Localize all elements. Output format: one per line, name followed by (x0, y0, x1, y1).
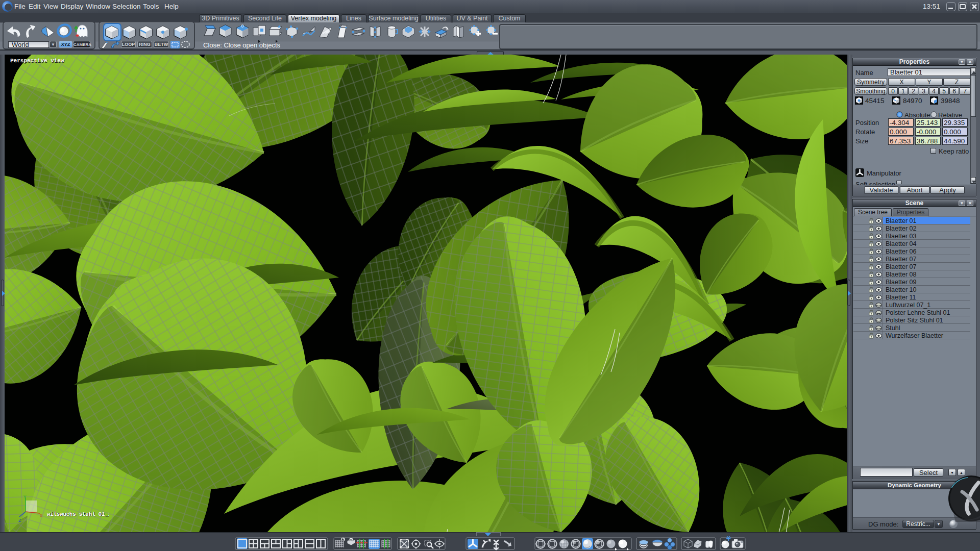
svg-text:Y: Y (23, 495, 27, 500)
svg-text:wilswuchs stuhl 01_1: wilswuchs stuhl 01_1 (47, 511, 109, 517)
svg-text:x: x (40, 513, 42, 518)
svg-text:Z: Z (18, 518, 21, 523)
